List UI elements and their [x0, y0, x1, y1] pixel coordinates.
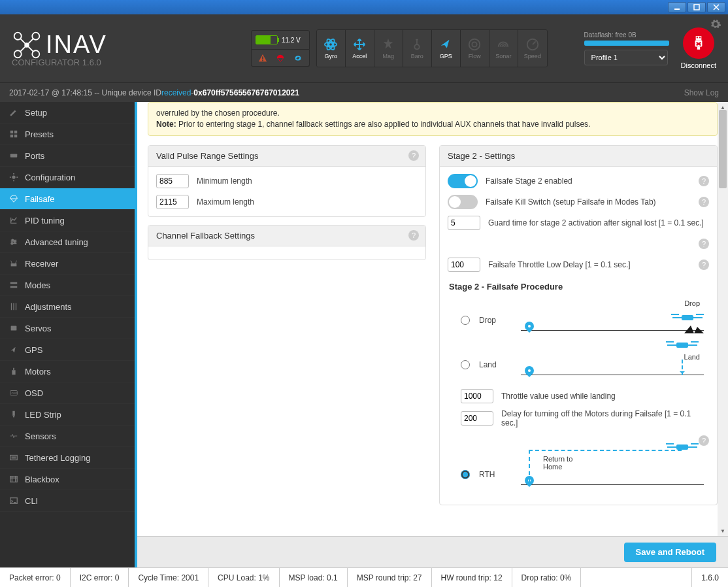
- scroll-down-icon[interactable]: ▼: [718, 526, 728, 536]
- proc-land-radio[interactable]: [461, 360, 470, 369]
- app-header: INAV CONFIGURATOR 1.6.0 11.2 V Gyro Acce…: [0, 14, 728, 82]
- link-icon: [293, 54, 303, 63]
- sidebar-item-pid-tuning[interactable]: PID tuning: [0, 210, 135, 231]
- help-icon[interactable]: ?: [408, 230, 419, 241]
- svg-rect-33: [10, 286, 18, 288]
- log-timestamp: 2017-02-17 @ 17:48:15 -- Unique device I…: [9, 88, 161, 97]
- dataflash-bar: [584, 41, 669, 46]
- sensor-gps: GPS: [432, 30, 461, 67]
- svg-point-15: [472, 42, 477, 46]
- sidebar-item-tethered-logging[interactable]: Tethered Logging: [0, 447, 135, 469]
- status-cycle-time: Cycle Time: 2001: [129, 568, 208, 587]
- stage2-title: Stage 2 - Settings: [448, 151, 515, 161]
- max-length-label: Maximum length: [197, 197, 254, 207]
- app-title: INAV: [46, 31, 107, 59]
- throttle-low-delay-input[interactable]: [448, 258, 480, 272]
- sidebar-item-failsafe[interactable]: Failsafe: [0, 188, 135, 210]
- svg-rect-7: [262, 56, 263, 59]
- sidebar-item-modes[interactable]: Modes: [0, 275, 135, 296]
- inav-logo-icon: [12, 30, 42, 60]
- stage2-enabled-toggle[interactable]: [448, 174, 478, 188]
- proc-rth-radio[interactable]: [461, 470, 470, 479]
- sidebar-item-gps[interactable]: GPS: [0, 339, 135, 361]
- svg-rect-18: [697, 37, 698, 38]
- sidebar-item-setup[interactable]: Setup: [0, 102, 135, 124]
- svg-rect-8: [262, 59, 263, 61]
- sidebar-item-configuration[interactable]: Configuration: [0, 167, 135, 188]
- rth-graphic: H Return to Home: [521, 456, 704, 493]
- sidebar-item-blackbox[interactable]: Blackbox: [0, 469, 135, 490]
- help-icon[interactable]: ?: [699, 260, 709, 270]
- window-minimize-button[interactable]: [668, 2, 686, 12]
- footer-bar: Save and Reboot: [137, 536, 728, 567]
- svg-rect-0: [674, 8, 680, 10]
- note-box: overruled by the chosen procedure. Note:…: [148, 102, 718, 136]
- min-length-input[interactable]: [156, 174, 189, 188]
- disconnect-label: Disconnect: [681, 61, 716, 69]
- svg-rect-24: [10, 135, 13, 137]
- help-icon[interactable]: ?: [699, 239, 709, 249]
- svg-rect-39: [12, 411, 15, 416]
- sidebar-item-advanced-tuning[interactable]: Advanced tuning: [0, 231, 135, 253]
- status-cpu-load: CPU Load: 1%: [208, 568, 279, 587]
- show-log-link[interactable]: Show Log: [684, 88, 719, 97]
- svg-rect-22: [10, 131, 13, 133]
- dataflash-box: Dataflash: free 0B Profile 1: [584, 31, 669, 65]
- channel-fallback-panel: Channel Fallback Settings?: [148, 225, 426, 260]
- battery-box: 11.2 V: [251, 30, 310, 67]
- help-icon[interactable]: ?: [699, 435, 709, 446]
- sensor-flow: Flow: [461, 30, 489, 67]
- sidebar-item-presets[interactable]: Presets: [0, 124, 135, 145]
- warning-icon: [258, 54, 267, 63]
- sidebar: Setup Presets Ports Configuration Failsa…: [0, 102, 135, 567]
- save-reboot-button[interactable]: Save and Reboot: [624, 543, 716, 562]
- svg-rect-21: [697, 46, 700, 49]
- log-bar: 2017-02-17 @ 17:48:15 -- Unique device I…: [0, 82, 728, 102]
- log-received: received: [161, 88, 191, 97]
- svg-rect-23: [14, 131, 17, 133]
- killswitch-toggle[interactable]: [448, 195, 478, 209]
- sidebar-item-led-strip[interactable]: LED Strip: [0, 404, 135, 426]
- max-length-input[interactable]: [156, 195, 189, 209]
- sidebar-item-servos[interactable]: Servos: [0, 318, 135, 339]
- proc-drop-radio[interactable]: [461, 316, 470, 325]
- disconnect-button[interactable]: Disconnect: [681, 27, 716, 69]
- help-icon[interactable]: ?: [699, 197, 709, 207]
- svg-point-9: [329, 42, 333, 46]
- sensor-baro: Baro: [403, 30, 432, 67]
- land-delay-label: Delay for turning off the Motors during …: [501, 409, 709, 428]
- help-icon[interactable]: ?: [408, 150, 419, 161]
- logo-block: INAV CONFIGURATOR 1.6.0: [12, 30, 107, 67]
- settings-gear-icon[interactable]: [710, 18, 721, 33]
- sidebar-item-receiver[interactable]: Receiver: [0, 253, 135, 275]
- svg-point-27: [12, 175, 15, 178]
- window-maximize-button[interactable]: [687, 2, 706, 12]
- channel-fallback-title: Channel Fallback Settings: [156, 231, 255, 241]
- land-throttle-input[interactable]: [461, 389, 493, 403]
- sensor-sonar: Sonar: [489, 30, 518, 67]
- help-icon[interactable]: ?: [699, 176, 709, 186]
- profile-select[interactable]: Profile 1: [584, 50, 668, 65]
- dataflash-label: Dataflash: free 0B: [584, 31, 669, 39]
- svg-rect-25: [14, 135, 17, 137]
- sidebar-item-sensors[interactable]: Sensors: [0, 426, 135, 447]
- status-version: 1.6.0: [691, 568, 728, 587]
- sidebar-item-motors[interactable]: Motors: [0, 361, 135, 382]
- scroll-thumb[interactable]: [719, 110, 727, 188]
- guard-time-input[interactable]: [448, 216, 480, 230]
- scrollbar[interactable]: ▲ ▼: [718, 102, 728, 536]
- window-close-button[interactable]: [707, 2, 725, 12]
- sidebar-item-osd[interactable]: OSDOSD: [0, 382, 135, 404]
- land-delay-input[interactable]: [461, 411, 493, 426]
- sidebar-item-adjustments[interactable]: Adjustments: [0, 296, 135, 318]
- sidebar-item-ports[interactable]: Ports: [0, 145, 135, 167]
- status-msp-load: MSP load: 0.1: [280, 568, 348, 587]
- svg-point-6: [24, 42, 29, 47]
- sensor-mag: Mag: [374, 30, 403, 67]
- svg-point-29: [14, 241, 16, 243]
- sidebar-item-cli[interactable]: CLI: [0, 490, 135, 512]
- svg-rect-31: [11, 263, 17, 266]
- proc-rth-label: RTH: [479, 470, 512, 479]
- svg-point-13: [415, 44, 420, 49]
- parachute-icon: [276, 54, 285, 63]
